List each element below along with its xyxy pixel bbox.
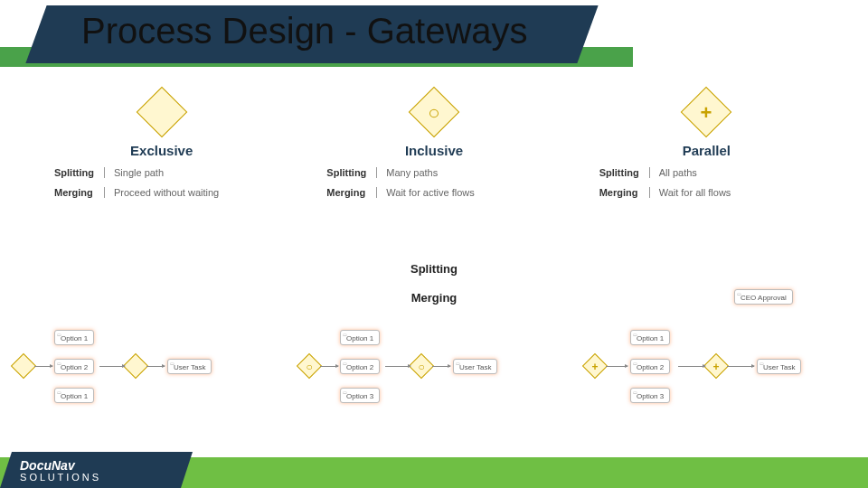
brand-logo: DocuNav S O L U T I O N S — [20, 460, 99, 483]
splitting-label: Splitting — [599, 167, 650, 178]
task-node: ▭Option 3 — [340, 388, 380, 403]
gateway-exclusive: Exclusive Splitting Single path Merging … — [36, 90, 287, 258]
merging-row: Merging Wait for active flows — [326, 187, 559, 198]
splitting-label: Splitting — [326, 167, 377, 178]
inclusive-gateway-icon: ○ — [412, 94, 456, 137]
gateway-name: Exclusive — [36, 143, 287, 158]
gateway-columns: Exclusive Splitting Single path Merging … — [36, 90, 832, 258]
slide-title: Process Design - Gateways — [81, 11, 528, 52]
flow-arrow — [606, 366, 627, 367]
flow-arrow — [385, 366, 410, 367]
merge-gateway-icon: ○ — [409, 353, 434, 379]
flow-arrow — [727, 366, 754, 367]
merging-label: Merging — [54, 187, 105, 198]
center-splitting-label: Splitting — [380, 262, 488, 276]
gateway-name: Parallel — [581, 143, 832, 158]
merging-row: Merging Wait for all flows — [599, 187, 832, 198]
gateway-parallel: + Parallel Splitting All paths Merging W… — [581, 90, 832, 258]
parallel-gateway-icon: + — [684, 94, 728, 137]
task-node: ▭Option 2 — [340, 359, 380, 374]
task-node: ▭User Task — [453, 359, 497, 374]
task-node: ▭CEO Approval — [734, 289, 793, 305]
task-node: ▭Option 1 — [54, 388, 94, 403]
flow-arrow — [432, 366, 450, 367]
task-node: ▭Option 3 — [630, 388, 670, 403]
splitting-value: All paths — [650, 167, 697, 178]
splitting-value: Many paths — [377, 167, 438, 178]
merging-value: Wait for active flows — [377, 187, 474, 198]
split-gateway-icon: + — [582, 353, 608, 379]
splitting-row: Splitting Many paths — [326, 167, 559, 178]
diagram-exclusive: ▭Option 1 ▭Option 2 ▭Option 1 ▭User Task — [9, 303, 288, 434]
merging-row: Merging Proceed without waiting — [54, 187, 287, 198]
merging-value: Proceed without waiting — [105, 187, 219, 198]
splitting-row: Splitting Single path — [54, 167, 287, 178]
gateway-name: Inclusive — [308, 143, 559, 158]
diagram-mockups: ▭Option 1 ▭Option 2 ▭Option 1 ▭User Task… — [9, 303, 859, 434]
task-node: ▭Option 1 — [630, 330, 670, 345]
merging-label: Merging — [326, 187, 377, 198]
flow-arrow — [34, 366, 52, 367]
merge-gateway-icon: + — [703, 353, 729, 379]
diagram-inclusive: ○ ▭Option 1 ▭Option 2 ▭Option 3 ○ ▭User … — [295, 303, 573, 434]
exclusive-gateway-icon — [140, 94, 184, 137]
task-node: ▭Option 1 — [54, 330, 94, 345]
merging-value: Wait for all flows — [650, 187, 731, 198]
task-node: ▭User Task — [167, 359, 212, 374]
split-gateway-icon: ○ — [297, 353, 322, 379]
flow-arrow — [99, 366, 125, 367]
task-node: ▭User Task — [757, 359, 801, 374]
flow-arrow — [678, 366, 705, 367]
split-gateway-icon — [11, 353, 36, 379]
title-banner: Process Design - Gateways — [0, 5, 868, 76]
merging-label: Merging — [599, 187, 650, 198]
brand-name: DocuNav — [20, 458, 75, 473]
splitting-value: Single path — [105, 167, 164, 178]
flow-arrow — [146, 366, 165, 367]
splitting-label: Splitting — [54, 167, 105, 178]
task-node: ▭Option 2 — [54, 359, 94, 374]
splitting-row: Splitting All paths — [599, 167, 832, 178]
merge-gateway-icon — [123, 353, 148, 379]
diagram-parallel: ▭CEO Approval + ▭Option 1 ▭Option 2 ▭Opt… — [580, 303, 859, 434]
flow-arrow — [320, 366, 338, 367]
gateway-inclusive: ○ Inclusive Splitting Many paths Merging… — [308, 90, 559, 258]
brand-subtitle: S O L U T I O N S — [20, 472, 99, 483]
footer-bar — [0, 457, 868, 488]
task-node: ▭Option 1 — [340, 330, 380, 345]
task-node: ▭Option 2 — [630, 359, 670, 374]
